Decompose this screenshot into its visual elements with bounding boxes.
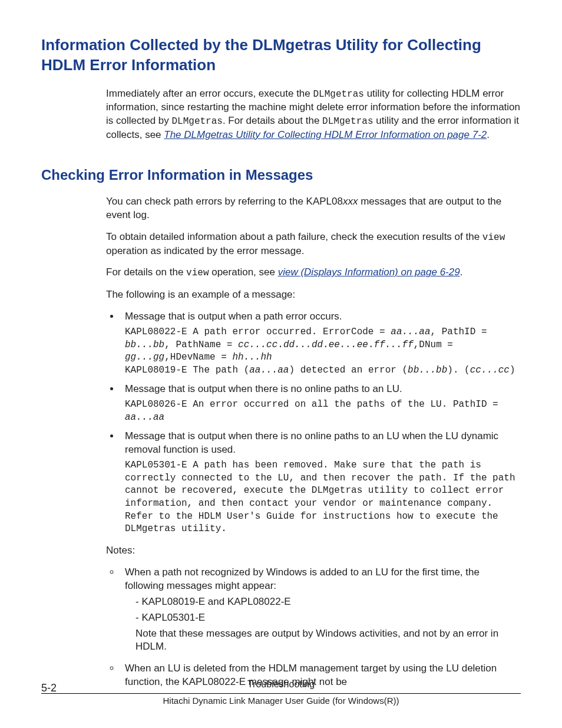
section1-body: Immediately after an error occurs, execu… [106,87,521,142]
section2-p2: To obtain detailed information about a p… [106,230,521,258]
section2-heading: Checking Error Information in Messages [41,166,521,185]
note-line: - KAPL05301-E [135,611,521,625]
footer-rule [41,693,521,694]
note-text: When a path not recognized by Windows is… [125,566,521,593]
note-item: When a path not recognized by Windows is… [120,566,521,654]
note-line: Note that these messages are output by W… [135,627,521,654]
section1-link[interactable]: The DLMgetras Utility for Collecting HDL… [164,129,487,140]
notes-list: When a path not recognized by Windows is… [106,566,521,690]
message-item-label: Message that is output when there is no … [125,383,521,396]
message-item-code: KAPL05301-E A path has been removed. Mak… [125,459,521,536]
section2-link[interactable]: view (Displays Information) on page 6-29 [278,266,460,278]
message-item-label: Message that is output when there is no … [125,430,521,457]
section1-heading: Information Collected by the DLMgetras U… [41,35,521,75]
message-item: Message that is output when a path error… [120,310,521,377]
section2-p1: You can check path errors by referring t… [106,195,521,222]
message-item-code: KAPL08026-E An error occurred on all the… [125,398,521,424]
footer-sub: Hitachi Dynamic Link Manager User Guide … [163,696,399,706]
section2-body: You can check path errors by referring t… [106,195,521,689]
footer-title: Troubleshooting [247,679,315,689]
page-footer: Troubleshooting Hitachi Dynamic Link Man… [41,678,521,707]
message-item: Message that is output when there is no … [120,430,521,535]
message-item-code: KAPL08022-E A path error occurred. Error… [125,326,521,377]
section2-p4: The following is an example of a message… [106,288,521,302]
message-item-label: Message that is output when a path error… [125,310,521,324]
section1-para: Immediately after an error occurs, execu… [106,87,521,142]
message-list: Message that is output when a path error… [106,310,521,536]
message-item: Message that is output when there is no … [120,383,521,424]
notes-label: Notes: [106,544,521,558]
section2-p3: For details on the view operation, see v… [106,266,521,280]
note-line: - KAPL08019-E and KAPL08022-E [135,595,521,609]
